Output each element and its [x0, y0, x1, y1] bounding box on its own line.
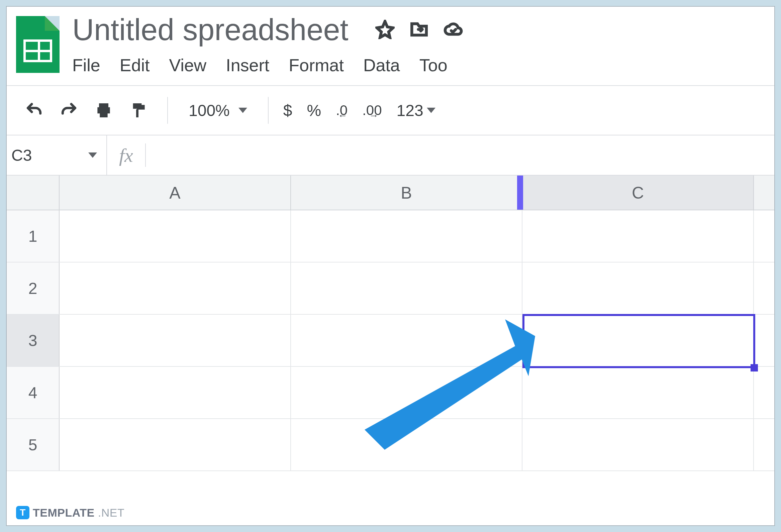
cloud-status-icon[interactable]: [444, 20, 463, 40]
menu-tools[interactable]: Too: [419, 55, 448, 75]
cell-c2[interactable]: [523, 263, 754, 314]
format-percent-button[interactable]: %: [307, 101, 321, 120]
zoom-value: 100%: [189, 101, 230, 120]
paint-format-icon[interactable]: [127, 99, 150, 122]
row-header-5[interactable]: 5: [7, 419, 59, 471]
header: Untitled spreadsheet File Edit View: [7, 7, 774, 75]
column-header-a[interactable]: A: [59, 176, 291, 210]
format-currency-button[interactable]: $: [283, 101, 292, 120]
cell-a3[interactable]: [59, 315, 291, 366]
select-all-corner[interactable]: [7, 176, 59, 210]
caret-down-icon: [427, 108, 436, 113]
toolbar-divider: [268, 97, 269, 124]
menu-insert[interactable]: Insert: [226, 55, 269, 75]
row-header-2[interactable]: 2: [7, 263, 59, 314]
zoom-dropdown[interactable]: 100%: [189, 101, 247, 120]
caret-down-icon: [239, 108, 247, 113]
cell-a2[interactable]: [59, 263, 291, 314]
move-folder-icon[interactable]: [409, 20, 429, 40]
toolbar: 100% $ % .0← .00→ 123: [7, 85, 774, 135]
menu-data[interactable]: Data: [363, 55, 400, 75]
cell-c3[interactable]: [523, 315, 754, 366]
cell-b5[interactable]: [291, 419, 523, 471]
caret-down-icon: [88, 152, 97, 158]
app-window: Untitled spreadsheet File Edit View: [6, 6, 775, 526]
column-header-c[interactable]: C: [523, 176, 754, 210]
menubar: File Edit View Insert Format Data Too: [72, 55, 765, 75]
cell-c4[interactable]: [523, 367, 754, 418]
more-formats-dropdown[interactable]: 123: [397, 101, 436, 120]
undo-icon[interactable]: [23, 99, 45, 122]
name-box-value: C3: [11, 146, 32, 165]
cell-b4[interactable]: [291, 367, 523, 418]
row-header-3[interactable]: 3: [7, 315, 59, 366]
menu-edit[interactable]: Edit: [120, 55, 150, 75]
cell-c1[interactable]: [523, 210, 754, 262]
cell-c5[interactable]: [523, 419, 754, 471]
row-header-1[interactable]: 1: [7, 210, 59, 262]
toolbar-divider: [167, 97, 168, 124]
cell-a4[interactable]: [59, 367, 291, 418]
decrease-decimal-button[interactable]: .0←: [336, 102, 347, 118]
cell-a5[interactable]: [59, 419, 291, 471]
spreadsheet-grid[interactable]: A B C 1 2 3 4 5: [7, 176, 774, 471]
redo-icon[interactable]: [57, 99, 80, 122]
watermark-suffix: .NET: [98, 506, 124, 519]
watermark: T TEMPLATE.NET: [16, 506, 124, 519]
column-header-b[interactable]: B: [291, 176, 523, 210]
menu-format[interactable]: Format: [289, 55, 344, 75]
formula-bar: C3 fx: [7, 135, 774, 176]
document-title[interactable]: Untitled spreadsheet: [72, 13, 348, 47]
sheets-app-icon[interactable]: [16, 16, 59, 73]
cell-a1[interactable]: [59, 210, 291, 262]
fx-icon: fx: [107, 143, 146, 167]
watermark-badge-icon: T: [16, 506, 30, 519]
print-icon[interactable]: [92, 99, 115, 122]
cell-b3[interactable]: [291, 315, 523, 366]
increase-decimal-button[interactable]: .00→: [362, 102, 382, 118]
menu-file[interactable]: File: [72, 55, 100, 75]
row-header-4[interactable]: 4: [7, 367, 59, 418]
star-icon[interactable]: [375, 20, 395, 40]
formula-input[interactable]: [146, 135, 774, 175]
cell-b1[interactable]: [291, 210, 523, 262]
menu-view[interactable]: View: [169, 55, 206, 75]
watermark-brand: TEMPLATE: [33, 506, 95, 519]
selection-drag-handle[interactable]: [750, 364, 758, 371]
cell-b2[interactable]: [291, 263, 523, 314]
name-box[interactable]: C3: [7, 135, 107, 175]
